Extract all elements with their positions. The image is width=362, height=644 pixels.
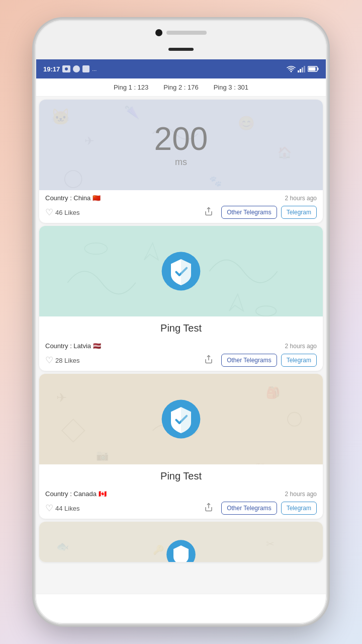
svg-point-21	[256, 306, 277, 316]
svg-rect-11	[309, 67, 316, 71]
vpn-icon	[82, 65, 89, 72]
svg-rect-5	[298, 70, 299, 72]
time-latvia: 2 hours ago	[285, 343, 317, 350]
card-banner-canada: ✈ 🎒 📷 🗺	[39, 374, 323, 464]
ping-test-label-canada: Ping Test	[39, 466, 323, 484]
ping-test-label-latvia-wrap: Ping Test	[39, 316, 323, 338]
whatsapp-icon	[73, 65, 80, 72]
svg-text:🗺: 🗺	[255, 462, 264, 464]
camera-dot	[155, 29, 162, 36]
like-area-latvia: ♡ 28 Likes	[45, 355, 79, 366]
telegram-btn-latvia[interactable]: Telegram	[281, 354, 317, 367]
other-telegrams-btn-canada[interactable]: Other Telegrams	[221, 502, 277, 515]
like-area-canada: ♡ 44 Likes	[45, 503, 79, 514]
speaker-grille	[166, 31, 207, 35]
svg-text:🐾: 🐾	[209, 175, 222, 188]
heart-icon-latvia[interactable]: ♡	[45, 355, 53, 366]
scroll-bottom-spacer	[35, 565, 327, 575]
card-actions-canada: ♡ 44 Likes Other Telegrams Telegram	[45, 502, 317, 515]
heart-icon-china[interactable]: ♡	[45, 207, 53, 218]
camera-area	[155, 29, 207, 36]
bottom-nav	[35, 594, 327, 624]
card-china: 🐱 ✈ 🌂 😊 🏠 🐾 200 ms Country : China 🇨🇳	[39, 100, 323, 223]
card-actions-china: ♡ 46 Likes Other Telegrams Telegram	[45, 206, 317, 219]
card-meta-latvia: Country : Latvia 🇱🇻 2 hours ago	[45, 342, 317, 350]
svg-text:✂: ✂	[266, 538, 275, 549]
country-china: Country : China 🇨🇳	[45, 194, 101, 202]
country-latvia: Country : Latvia 🇱🇻	[45, 342, 101, 350]
battery-icon	[308, 66, 319, 72]
svg-rect-6	[300, 69, 301, 72]
ping-test-label-canada-wrap: Ping Test	[39, 464, 323, 486]
shield-logo-latvia	[161, 251, 201, 291]
svg-text:✈: ✈	[56, 391, 67, 405]
card-footer-china: Country : China 🇨🇳 2 hours ago ♡ 46 Like…	[39, 190, 323, 223]
svg-text:🐱: 🐱	[51, 107, 71, 126]
ping-test-label-latvia: Ping Test	[39, 318, 323, 336]
svg-point-20	[84, 243, 107, 255]
card-meta-canada: Country : Canada 🇨🇦 2 hours ago	[45, 490, 317, 498]
ping1: Ping 1 : 123	[114, 84, 148, 91]
heart-icon-canada[interactable]: ♡	[45, 503, 53, 514]
svg-text:📷: 📷	[96, 449, 109, 462]
telegram-btn-china[interactable]: Telegram	[281, 206, 317, 219]
ping-unit: ms	[154, 157, 208, 168]
like-count-china: 46 Likes	[55, 209, 79, 216]
svg-point-18	[65, 171, 82, 188]
like-area-china: ♡ 46 Likes	[45, 207, 79, 218]
status-left: 19:17 ...	[43, 65, 97, 73]
other-telegrams-btn-latvia[interactable]: Other Telegrams	[221, 354, 277, 367]
card-actions-latvia: ♡ 28 Likes Other Telegrams Telegram	[45, 354, 317, 367]
svg-rect-3	[82, 65, 89, 72]
svg-text:🎒: 🎒	[266, 386, 281, 399]
like-count-canada: 44 Likes	[55, 505, 79, 512]
ping-number: 200	[154, 123, 208, 155]
front-sensor	[168, 48, 194, 51]
svg-point-28	[288, 413, 301, 426]
card-latvia: Ping Test Country : Latvia 🇱🇻 2 hours ag…	[39, 226, 323, 371]
signal-icon	[298, 65, 306, 72]
card-banner-latvia	[39, 226, 323, 316]
card-footer-canada: Country : Canada 🇨🇦 2 hours ago ♡ 44 Lik…	[39, 486, 323, 519]
svg-text:🌂: 🌂	[124, 105, 140, 120]
photo-icon	[62, 65, 70, 72]
status-bar: 19:17 ...	[35, 59, 327, 78]
like-count-latvia: 28 Likes	[55, 357, 79, 364]
share-icon-china[interactable]	[204, 207, 213, 218]
wifi-icon	[287, 65, 296, 72]
share-icon-latvia[interactable]	[204, 355, 213, 366]
status-right-icons	[287, 65, 319, 72]
dots-icon: ...	[92, 66, 97, 72]
card-next: 🐟 🔑 ✂	[39, 522, 323, 562]
share-icon-canada[interactable]	[204, 503, 213, 514]
svg-rect-10	[318, 68, 319, 70]
card-banner-china: 🐱 ✈ 🌂 😊 🏠 🐾 200 ms	[39, 100, 323, 190]
svg-point-4	[291, 71, 292, 72]
phone-shell: 19:17 ...	[35, 20, 327, 624]
svg-text:😊: 😊	[238, 115, 255, 131]
status-time: 19:17	[43, 65, 60, 73]
shield-logo-next-partial	[166, 539, 196, 562]
time-china: 2 hours ago	[285, 195, 317, 202]
svg-text:🔑: 🔑	[153, 544, 164, 555]
ping2: Ping 2 : 176	[163, 84, 198, 91]
country-canada: Country : Canada 🇨🇦	[45, 490, 107, 498]
svg-rect-8	[304, 66, 305, 72]
card-banner-next: 🐟 🔑 ✂	[39, 522, 323, 562]
shield-logo-canada	[161, 399, 201, 439]
svg-point-2	[73, 65, 80, 72]
scroll-area[interactable]: 🐱 ✈ 🌂 😊 🏠 🐾 200 ms Country : China 🇨🇳	[35, 97, 327, 594]
ping3: Ping 3 : 301	[214, 84, 248, 91]
svg-rect-7	[302, 67, 303, 72]
card-canada: ✈ 🎒 📷 🗺 Ping Test	[39, 374, 323, 519]
svg-point-1	[65, 67, 68, 70]
card-footer-latvia: Country : Latvia 🇱🇻 2 hours ago ♡ 28 Lik…	[39, 338, 323, 371]
card-meta-china: Country : China 🇨🇳 2 hours ago	[45, 194, 317, 202]
ping-display-china: 200 ms	[154, 123, 208, 168]
other-telegrams-btn-china[interactable]: Other Telegrams	[221, 206, 277, 219]
telegram-btn-canada[interactable]: Telegram	[281, 502, 317, 515]
svg-text:🐟: 🐟	[56, 540, 69, 553]
time-canada: 2 hours ago	[285, 491, 317, 498]
ping-bar: Ping 1 : 123 Ping 2 : 176 Ping 3 : 301	[35, 78, 327, 97]
svg-text:✈: ✈	[84, 135, 94, 147]
